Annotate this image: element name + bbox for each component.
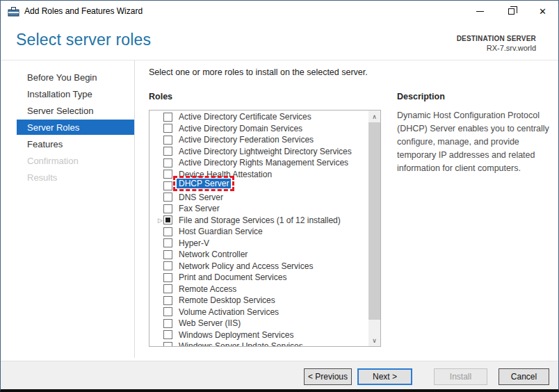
page-title: Select server roles (16, 31, 151, 49)
role-item-host-guardian-service[interactable]: Host Guardian Service (149, 226, 368, 238)
role-item-dhcp-server[interactable]: DHCP Server (149, 180, 368, 192)
app-icon (8, 6, 19, 17)
role-item-ad-certificate-services[interactable]: Active Directory Certificate Services (149, 111, 368, 123)
wizard-content: Select one or more roles to install on t… (136, 60, 558, 358)
next-button[interactable]: Next > (357, 368, 412, 385)
checkbox[interactable] (163, 136, 172, 145)
roles-list: Active Directory Certificate Services Ac… (149, 111, 368, 347)
checkbox[interactable] (163, 238, 172, 247)
checkbox[interactable] (163, 284, 172, 293)
destination-server-label: DESTINATION SERVER (457, 35, 536, 42)
red-dashed-annotation: DHCP Server (173, 176, 234, 191)
sidebar-item-before-you-begin[interactable]: Before You Begin (1, 69, 134, 85)
role-item-fax-server[interactable]: Fax Server (149, 203, 368, 215)
selected-role-label: DHCP Server (177, 179, 231, 188)
checkbox[interactable] (163, 342, 172, 347)
sidebar-item-results: Results (1, 169, 134, 186)
role-item-network-policy-access-services[interactable]: Network Policy and Access Services (149, 261, 368, 272)
restore-icon (508, 8, 515, 15)
role-item-remote-desktop-services[interactable]: Remote Desktop Services (149, 295, 368, 307)
description-text: Dynamic Host Configuration Protocol (DHC… (397, 109, 554, 175)
roles-listbox: Active Directory Certificate Services Ac… (149, 110, 381, 347)
sidebar-item-installation-type[interactable]: Installation Type (1, 85, 134, 102)
checkbox[interactable] (163, 204, 172, 213)
scrollbar-thumb[interactable] (368, 122, 380, 320)
wizard-steps-sidebar: Before You Begin Installation Type Serve… (1, 60, 135, 358)
role-item-windows-server-update-services[interactable]: Windows Server Update Services (149, 341, 368, 347)
role-item-ad-lightweight-directory-services[interactable]: Active Directory Lightweight Directory S… (149, 146, 368, 158)
role-item-ad-federation-services[interactable]: Active Directory Federation Services (149, 134, 368, 146)
role-item-remote-access[interactable]: Remote Access (149, 284, 368, 295)
role-item-ad-rights-management-services[interactable]: Active Directory Rights Management Servi… (149, 157, 368, 169)
checkbox[interactable] (163, 181, 172, 190)
checkbox[interactable] (163, 158, 172, 168)
role-item-print-and-document-services[interactable]: Print and Document Services (149, 272, 368, 284)
wizard-window: Add Roles and Features Wizard ✕ Select s… (0, 0, 559, 392)
role-item-hyper-v[interactable]: Hyper-V (149, 238, 368, 250)
checkbox[interactable] (163, 261, 172, 270)
role-item-file-and-storage-services[interactable]: ▷ File and Storage Services (1 of 12 ins… (149, 215, 368, 227)
instruction-text: Select one or more roles to install on t… (149, 67, 368, 77)
roles-list-label: Roles (149, 92, 172, 101)
checkbox[interactable] (163, 227, 172, 236)
scroll-up-icon[interactable]: ∧ (368, 111, 380, 122)
checkbox[interactable] (163, 113, 172, 122)
checkbox[interactable] (163, 273, 172, 282)
minimize-button[interactable] (464, 1, 496, 22)
cancel-button[interactable]: Cancel (499, 368, 549, 385)
sidebar-item-server-selection[interactable]: Server Selection (1, 102, 134, 119)
window-title: Add Roles and Features Wizard (24, 6, 143, 16)
destination-server-name: RX-7.srv.world (457, 44, 536, 52)
minimize-icon (476, 11, 484, 12)
checkbox[interactable] (163, 250, 172, 259)
wizard-header: Select server roles DESTINATION SERVER R… (1, 22, 558, 60)
role-item-web-server-iis[interactable]: Web Server (IIS) (149, 318, 368, 329)
restore-button[interactable] (496, 1, 527, 22)
footer-bar: < Previous Next > Install Cancel (1, 361, 558, 389)
description-label: Description (397, 92, 445, 101)
install-button: Install (434, 368, 487, 385)
role-item-volume-activation-services[interactable]: Volume Activation Services (149, 307, 368, 318)
destination-server-block: DESTINATION SERVER RX-7.srv.world (457, 35, 536, 52)
sidebar-item-confirmation: Confirmation (1, 152, 134, 169)
close-icon: ✕ (539, 6, 546, 17)
expander-icon[interactable]: ▷ (158, 217, 163, 224)
sidebar-item-features[interactable]: Features (1, 136, 134, 152)
previous-button[interactable]: < Previous (304, 368, 352, 385)
roles-scrollbar[interactable]: ∧ ∨ (368, 111, 380, 346)
checkbox[interactable] (163, 124, 172, 133)
close-button[interactable]: ✕ (527, 1, 558, 22)
checkbox[interactable] (163, 330, 172, 339)
checkbox[interactable] (163, 319, 172, 328)
sidebar-item-server-roles[interactable]: Server Roles (1, 119, 134, 136)
checkbox-indeterminate[interactable] (163, 215, 172, 224)
scroll-down-icon[interactable]: ∨ (368, 334, 380, 346)
checkbox[interactable] (163, 307, 172, 316)
checkbox[interactable] (163, 296, 172, 305)
role-item-network-controller[interactable]: Network Controller (149, 249, 368, 261)
role-item-windows-deployment-services[interactable]: Windows Deployment Services (149, 329, 368, 341)
checkbox[interactable] (163, 147, 172, 156)
title-bar: Add Roles and Features Wizard ✕ (1, 1, 558, 22)
checkbox[interactable] (163, 170, 172, 179)
role-item-ad-domain-services[interactable]: Active Directory Domain Services (149, 123, 368, 135)
role-item-dns-server[interactable]: DNS Server (149, 192, 368, 204)
checkbox[interactable] (163, 193, 172, 202)
